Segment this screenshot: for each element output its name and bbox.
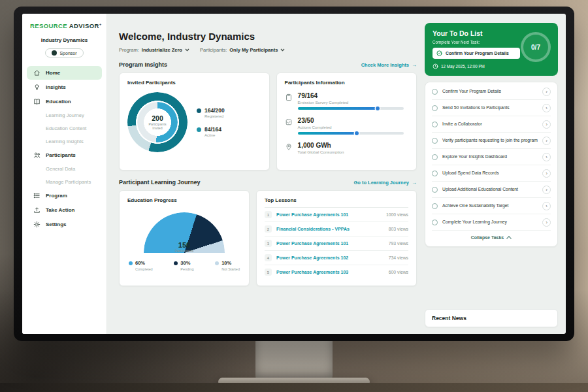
check-more-insights-link[interactable]: Check More Insights → bbox=[361, 62, 417, 68]
arrow-right-icon: → bbox=[412, 62, 417, 68]
lesson-row: 1 Power Purchase Agreements 101 1000 vie… bbox=[265, 208, 408, 222]
upload-icon bbox=[33, 206, 41, 214]
invited-participants-card: Invited Participants 200 Participants In… bbox=[119, 73, 270, 171]
sidebar-item-label: Insights bbox=[46, 84, 66, 90]
task-row[interactable]: Confirm Your Program Details › bbox=[432, 84, 551, 100]
task-checkbox[interactable] bbox=[432, 171, 438, 176]
task-row[interactable]: Complete Your Learning Journey › bbox=[432, 214, 551, 231]
section-title-program-insights: Program Insights bbox=[119, 61, 167, 68]
lesson-link[interactable]: Financial Considerations - VPPAs bbox=[276, 227, 384, 231]
sidebar-item-label: Program bbox=[46, 193, 67, 199]
card-title: Top Lessons bbox=[265, 197, 408, 208]
donut-legend: 164/200 Registered 84/164 Active bbox=[197, 107, 225, 137]
check-circle-icon bbox=[436, 50, 442, 56]
sidebar-item-program[interactable]: Program bbox=[27, 189, 102, 203]
sidebar-item-home[interactable]: Home bbox=[27, 66, 102, 80]
arrow-right-icon: → bbox=[412, 180, 417, 186]
recent-news-header[interactable]: Recent News bbox=[425, 309, 558, 327]
lesson-link[interactable]: Power Purchase Agreements 101 bbox=[276, 212, 382, 217]
sidebar-item-education-content[interactable]: Education Content bbox=[27, 122, 102, 135]
home-icon bbox=[33, 69, 41, 76]
task-row[interactable]: Invite a Collaborator › bbox=[432, 116, 551, 133]
task-checkbox[interactable] bbox=[432, 89, 438, 95]
task-row[interactable]: Upload Additional Educational Content › bbox=[432, 182, 551, 198]
task-row[interactable]: Verify participants requesting to join t… bbox=[432, 133, 551, 149]
sidebar-nav: Home Insights Education Learning Journey bbox=[22, 66, 106, 231]
task-checkbox[interactable] bbox=[432, 220, 438, 225]
sponsor-badge[interactable]: Sponsor bbox=[45, 48, 83, 57]
lesson-row: 3 Power Purchase Agreements 101 793 view… bbox=[265, 237, 408, 251]
program-select[interactable]: Industrialize Zero bbox=[142, 47, 189, 53]
task-checkbox[interactable] bbox=[432, 138, 438, 144]
sidebar-item-learning-journey[interactable]: Learning Journey bbox=[27, 109, 102, 122]
brand-secondary: ADVISOR bbox=[69, 22, 99, 29]
due-date: 12 May 2025, 12:00 PM bbox=[433, 63, 550, 69]
task-chevron-button[interactable]: › bbox=[542, 120, 551, 129]
lesson-row: 4 Power Purchase Agreements 102 734 view… bbox=[265, 251, 408, 265]
task-row[interactable]: Send 50 Invitations to Participants › bbox=[432, 100, 551, 116]
task-checkbox[interactable] bbox=[432, 203, 438, 209]
brand-primary: RESOURCE bbox=[30, 22, 67, 29]
sidebar-item-insights[interactable]: Insights bbox=[27, 80, 102, 94]
card-title: Participants Information bbox=[285, 80, 408, 86]
brand-plus: + bbox=[99, 22, 102, 26]
stat-emission-survey: 79/164 Emission Survey Completed bbox=[285, 92, 408, 110]
progress-bar bbox=[298, 132, 404, 135]
task-chevron-button[interactable]: › bbox=[542, 137, 551, 145]
background-photo: RESOURCE ADVISOR+ Industry Dynamics Spon… bbox=[0, 0, 588, 392]
tasks-card: Confirm Your Program Details › Send 50 I… bbox=[425, 82, 558, 247]
participants-select[interactable]: Only My Participants bbox=[229, 47, 285, 53]
legend-dot bbox=[129, 261, 133, 265]
gauge-legend: 60% Completed 30% Pending bbox=[127, 260, 241, 271]
collapse-tasks-link[interactable]: Collapse Tasks bbox=[432, 231, 551, 245]
education-gauge-chart: 150 Participants bbox=[144, 212, 225, 253]
lesson-row: 5 Power Purchase Agreements 103 600 view… bbox=[265, 265, 408, 279]
sidebar-item-learning-insights[interactable]: Learning Insights bbox=[27, 135, 102, 148]
task-row[interactable]: Upload Spend Data Records › bbox=[432, 165, 551, 182]
task-chevron-button[interactable]: › bbox=[542, 153, 551, 161]
desk-edge bbox=[0, 383, 588, 392]
lesson-row: 2 Financial Considerations - VPPAs 803 v… bbox=[265, 222, 408, 237]
go-to-learning-journey-link[interactable]: Go to Learning Journey → bbox=[353, 180, 417, 186]
sidebar-item-label: General Data bbox=[46, 166, 75, 172]
lesson-link[interactable]: Power Purchase Agreements 103 bbox=[276, 270, 384, 274]
lesson-link[interactable]: Power Purchase Agreements 102 bbox=[276, 255, 384, 260]
sidebar-item-label: Education Content bbox=[46, 125, 86, 131]
sidebar-item-label: Settings bbox=[46, 221, 67, 227]
main-content: Welcome, Industry Dynamics Program: Indu… bbox=[107, 14, 425, 334]
checklist-icon bbox=[285, 118, 293, 135]
invited-donut-chart: 200 Participants Invited bbox=[127, 92, 188, 152]
legend-dot bbox=[174, 261, 178, 265]
todo-progress-badge: 0/7 bbox=[521, 32, 551, 62]
brand-logo: RESOURCE ADVISOR+ bbox=[22, 22, 106, 29]
sidebar-item-education[interactable]: Education bbox=[27, 95, 102, 108]
book-icon bbox=[33, 98, 41, 105]
task-chevron-button[interactable]: › bbox=[542, 202, 551, 210]
sidebar-item-general-data[interactable]: General Data bbox=[27, 163, 102, 175]
task-chevron-button[interactable]: › bbox=[542, 186, 551, 194]
sidebar-item-label: Learning Insights bbox=[46, 139, 84, 144]
gear-icon bbox=[33, 221, 41, 228]
task-row[interactable]: Achieve One Sustainability Target › bbox=[432, 198, 551, 214]
task-checkbox[interactable] bbox=[432, 122, 438, 127]
next-task-pill[interactable]: Confirm Your Program Details bbox=[433, 48, 520, 59]
chevron-down-icon bbox=[280, 47, 285, 53]
card-title: Education Progress bbox=[127, 197, 241, 203]
lesson-link[interactable]: Power Purchase Agreements 101 bbox=[276, 241, 384, 246]
task-chevron-button[interactable]: › bbox=[542, 218, 551, 227]
task-row[interactable]: Explore Your Insights Dashboard › bbox=[432, 149, 551, 165]
education-progress-card: Education Progress 150 Participants bbox=[119, 190, 250, 286]
task-chevron-button[interactable]: › bbox=[542, 104, 551, 112]
task-checkbox[interactable] bbox=[432, 187, 438, 193]
sidebar-item-participants[interactable]: Participants bbox=[27, 148, 102, 162]
task-chevron-button[interactable]: › bbox=[542, 169, 551, 178]
program-filter-label: Program: bbox=[119, 47, 139, 53]
gauge-center: 150 Participants bbox=[144, 241, 225, 253]
task-checkbox[interactable] bbox=[432, 154, 438, 160]
sidebar-item-settings[interactable]: Settings bbox=[27, 218, 102, 231]
task-chevron-button[interactable]: › bbox=[542, 88, 551, 96]
sidebar-item-manage-participants[interactable]: Manage Participants bbox=[27, 176, 102, 188]
sidebar-item-take-action[interactable]: Take Action bbox=[27, 203, 102, 217]
sponsor-icon bbox=[52, 50, 57, 56]
task-checkbox[interactable] bbox=[432, 105, 438, 111]
